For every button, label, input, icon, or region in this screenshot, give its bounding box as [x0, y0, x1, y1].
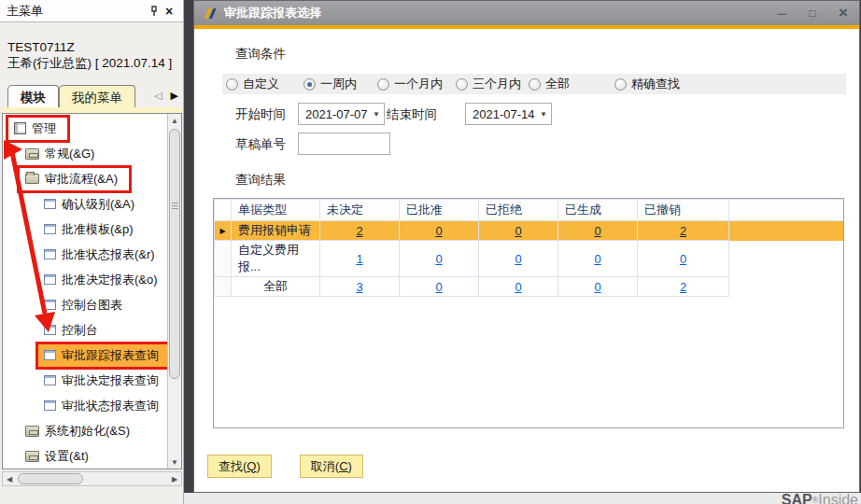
chevron-down-icon[interactable]: ▼ — [540, 110, 547, 119]
pin-icon[interactable] — [147, 4, 162, 19]
count-link[interactable]: 0 — [435, 280, 442, 294]
radio-option[interactable]: 全部 — [529, 76, 570, 92]
scrollbar-thumb[interactable] — [18, 473, 83, 484]
tree-item[interactable]: 批准决定报表(&o) — [3, 267, 166, 292]
count-link[interactable]: 0 — [435, 252, 442, 266]
tab-scroll-arrows: ◁ ▶ — [154, 90, 178, 102]
tree-item[interactable]: 常规(&G) — [3, 141, 166, 166]
tree-item[interactable]: 控制台 — [3, 317, 166, 343]
scroll-right-icon[interactable]: ▶ — [168, 472, 181, 485]
scroll-down-icon[interactable]: ▼ — [168, 455, 181, 469]
tab-prev-icon[interactable]: ◁ — [154, 90, 162, 102]
end-date-select[interactable]: 2021-07-14 ▼ — [465, 103, 552, 125]
tree-vertical-scrollbar[interactable]: ▲ ▼ — [167, 114, 181, 469]
tree-item[interactable]: 控制台图表 — [3, 292, 166, 317]
radio-label: 自定义 — [243, 76, 279, 92]
count-link[interactable]: 3 — [356, 280, 362, 294]
count-link[interactable]: 0 — [680, 252, 686, 266]
count-link[interactable]: 2 — [680, 224, 686, 238]
count-link[interactable]: 0 — [594, 224, 600, 238]
count-link[interactable]: 0 — [515, 252, 521, 266]
query-results-label: 查询结果 — [235, 172, 286, 189]
count-cell: 0 — [400, 221, 479, 241]
count-cell: 0 — [479, 221, 558, 241]
radio-button-icon[interactable] — [456, 78, 468, 91]
tree-horizontal-scrollbar[interactable]: ◀ ▶ — [2, 471, 182, 486]
count-cell: 2 — [638, 277, 729, 297]
tree-item[interactable]: 确认级别(&A) — [3, 191, 166, 217]
find-button[interactable]: 查找(Q) — [207, 455, 272, 478]
tree-item[interactable]: 项目共享 — [3, 469, 166, 469]
draft-number-label: 草稿单号 — [235, 136, 286, 153]
radio-button-icon[interactable] — [303, 78, 316, 91]
count-link[interactable]: 0 — [515, 280, 521, 294]
count-link[interactable]: 0 — [435, 224, 442, 238]
count-link[interactable]: 1 — [356, 252, 362, 266]
count-cell: 1 — [320, 241, 400, 277]
scroll-left-icon[interactable]: ◀ — [3, 472, 16, 485]
count-cell: 0 — [400, 277, 479, 297]
tree-item-label: 系统初始化(&S) — [45, 423, 130, 440]
start-date-select[interactable]: 2021-07-07 ▼ — [298, 103, 385, 125]
radio-option[interactable]: 三个月内 — [456, 76, 521, 92]
row-selector[interactable] — [215, 241, 232, 277]
radio-option[interactable]: 自定义 — [226, 76, 279, 92]
column-header: 已拒绝 — [479, 200, 558, 221]
tree-item[interactable]: 批准模板(&p) — [3, 217, 166, 242]
tree-item[interactable]: 审批跟踪报表查询 — [3, 343, 166, 368]
accent-bar — [194, 25, 859, 29]
tree-item[interactable]: 管理 — [3, 116, 166, 141]
cancel-button[interactable]: 取消(C) — [300, 455, 363, 478]
row-selector[interactable]: ▶ — [215, 221, 232, 241]
radio-label: 全部 — [545, 76, 570, 92]
column-header: 已撤销 — [638, 200, 729, 221]
count-cell: 3 — [320, 277, 400, 297]
scroll-up-icon[interactable]: ▲ — [168, 114, 181, 127]
radio-label: 一个月内 — [394, 76, 443, 92]
tab-my-menu[interactable]: 我的菜单 — [59, 85, 135, 108]
sap-inside-logo: SAP®Inside — [782, 492, 858, 504]
tab-modules[interactable]: 模块 — [7, 85, 59, 108]
radio-button-icon[interactable] — [529, 78, 541, 91]
close-panel-icon[interactable]: × — [162, 4, 176, 19]
radio-button-icon[interactable] — [614, 78, 627, 91]
form-icon — [44, 249, 56, 259]
tree-item-label: 审批状态报表查询 — [62, 398, 159, 414]
close-icon[interactable]: × — [836, 6, 851, 21]
column-header: 已生成 — [558, 200, 638, 221]
column-header: 单据类型 — [232, 200, 320, 221]
tree-item-label: 审批流程(&A) — [45, 171, 118, 188]
count-link[interactable]: 2 — [356, 224, 362, 238]
minimize-icon[interactable]: ─ — [774, 6, 789, 21]
radio-option[interactable]: 一周内 — [303, 76, 357, 92]
count-cell: 0 — [638, 241, 729, 277]
count-link[interactable]: 0 — [594, 280, 600, 294]
radio-option[interactable]: 一个月内 — [377, 76, 443, 92]
count-link[interactable]: 0 — [594, 252, 600, 266]
tab-next-icon[interactable]: ▶ — [171, 90, 178, 102]
chevron-down-icon[interactable]: ▼ — [373, 110, 380, 119]
form-icon — [44, 274, 56, 285]
approval-tracking-report-dialog: 审批跟踪报表选择 ─ □ × 查询条件 自定义 一周内 一个月内 三个月内 全部… — [193, 0, 860, 493]
tree-item[interactable]: 批准状态报表(&r) — [3, 242, 166, 267]
maximize-icon[interactable]: □ — [805, 6, 820, 21]
count-link[interactable]: 2 — [680, 280, 686, 294]
tree-item-label: 常规(&G) — [45, 146, 94, 162]
row-selector[interactable] — [215, 277, 232, 297]
radio-button-icon[interactable] — [377, 78, 389, 91]
draft-number-input[interactable] — [298, 133, 390, 155]
tree-item[interactable]: 审批状态报表查询 — [3, 393, 166, 418]
radio-option[interactable]: 精确查找 — [614, 76, 680, 92]
tree-item[interactable]: 设置(&t) — [3, 443, 166, 469]
tree-item[interactable]: 审批决定报表查询 — [3, 368, 166, 393]
form-icon — [44, 224, 56, 234]
dialog-titlebar[interactable]: 审批跟踪报表选择 ─ □ × — [194, 1, 859, 25]
tree-item[interactable]: 审批流程(&A) — [3, 166, 166, 191]
filler-cell — [729, 241, 844, 277]
folder-open-icon — [25, 174, 39, 184]
scrollbar-thumb[interactable] — [169, 129, 180, 379]
count-link[interactable]: 0 — [515, 224, 521, 238]
form-icon — [44, 350, 56, 360]
radio-button-icon[interactable] — [226, 78, 238, 91]
tree-item[interactable]: 系统初始化(&S) — [3, 418, 166, 443]
